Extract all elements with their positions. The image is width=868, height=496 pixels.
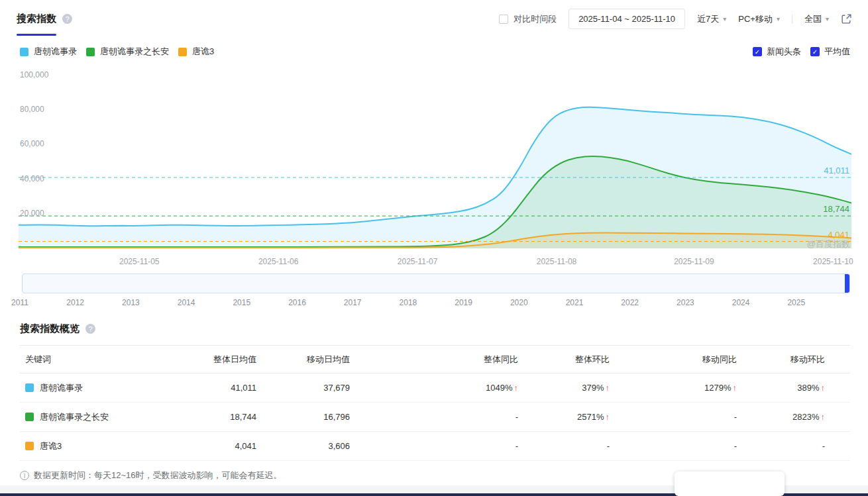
keyword-cell: 唐诡3 — [20, 440, 199, 452]
keyword-label: 唐诡3 — [40, 440, 62, 452]
up-arrow-icon: ↑ — [821, 383, 826, 393]
option-1[interactable]: ✓新闻头条 — [753, 46, 801, 58]
chart-plot-area[interactable]: 41,01118,7444,041 — [19, 70, 851, 255]
keyword-label: 唐朝诡事录之长安 — [40, 411, 109, 423]
svg-text:18,744: 18,744 — [823, 204, 849, 214]
baidu-index-page: 搜索指数 ? 对比时间段 2025-11-04 ~ 2025-11-10 近7天… — [0, 0, 868, 496]
timeline-year-label: 2023 — [677, 298, 694, 307]
timeline-year-label: 2011 — [11, 298, 28, 307]
timeline-year-label: 2016 — [288, 298, 306, 307]
floating-widget[interactable] — [675, 471, 785, 496]
compare-period-checkbox[interactable]: 对比时间段 — [499, 13, 557, 25]
update-note-text: 数据更新时间：每天12~16时，受数据波动影响，可能会有延迟。 — [34, 470, 282, 481]
keyword-label: 唐朝诡事录 — [40, 382, 83, 394]
overview-table: 关键词整体日均值移动日均值整体同比整体环比移动同比移动环比唐朝诡事录41,011… — [20, 345, 850, 461]
column-header: 整体日均值 — [199, 354, 256, 366]
value-cell: - — [610, 412, 737, 422]
value-cell: 18,744 — [199, 412, 256, 422]
table-row: 唐朝诡事录41,01137,6791049%↑379%↑1279%↑389%↑ — [20, 373, 850, 403]
legend-item-3[interactable]: 唐诡3 — [178, 46, 214, 58]
trend-chart[interactable]: 41,01118,7444,041 @百度指数 100,00080,00060,… — [0, 66, 868, 268]
legend-label: 唐朝诡事录之长安 — [100, 46, 169, 58]
column-header: 移动环比 — [737, 354, 850, 366]
x-axis-label: 2025-11-10 — [813, 257, 853, 266]
x-axis-label: 2025-11-09 — [674, 257, 714, 266]
keyword-swatch — [25, 442, 34, 450]
date-range-picker[interactable]: 2025-11-04 ~ 2025-11-10 — [569, 9, 685, 29]
timeline-year-label: 2014 — [178, 298, 195, 307]
column-header: 移动同比 — [610, 354, 737, 366]
timeline-year-label: 2021 — [566, 298, 584, 307]
table-row: 唐朝诡事录之长安18,74416,796-2571%↑-2823%↑ — [20, 403, 850, 432]
value-cell: - — [350, 441, 518, 451]
keyword-swatch — [25, 413, 34, 421]
legend-item-1[interactable]: 唐朝诡事录 — [20, 46, 77, 58]
timeline-year-label: 2019 — [455, 298, 472, 307]
overview-title: 搜索指数概览 — [20, 322, 80, 335]
checkbox-checked-icon[interactable]: ✓ — [810, 47, 820, 56]
column-header: 移动日均值 — [256, 354, 350, 366]
table-header-row: 关键词整体日均值移动日均值整体同比整体环比移动同比移动环比 — [20, 345, 850, 373]
watermark: @百度指数 — [807, 238, 850, 250]
overview-help-icon[interactable]: ? — [85, 324, 95, 334]
timeline-year-label: 2012 — [66, 298, 84, 307]
x-axis-label: 2025-11-06 — [258, 257, 299, 266]
y-axis-label: 40,000 — [20, 174, 44, 183]
legend-item-2[interactable]: 唐朝诡事录之长安 — [86, 46, 169, 58]
value-cell: 2823%↑ — [737, 412, 850, 422]
device-dropdown[interactable]: PC+移动 ▾ — [738, 13, 780, 25]
period-value: 近7天 — [697, 13, 719, 25]
update-note: i 数据更新时间：每天12~16时，受数据波动影响，可能会有延迟。 — [20, 470, 282, 481]
timeline-year-label: 2022 — [621, 298, 639, 307]
value-cell: 1049%↑ — [350, 383, 518, 393]
chevron-down-icon: ▾ — [723, 15, 726, 23]
value-cell: 4,041 — [199, 441, 256, 451]
y-axis-label: 100,000 — [20, 70, 48, 79]
timeline-year-label: 2017 — [344, 298, 362, 307]
svg-text:41,011: 41,011 — [824, 166, 849, 175]
legend-swatch — [20, 48, 28, 56]
timeline-year-label: 2013 — [122, 298, 140, 307]
table-row: 唐诡34,0413,606---- — [20, 432, 850, 461]
external-link-icon[interactable] — [841, 13, 852, 25]
period-dropdown[interactable]: 近7天 ▾ — [697, 13, 726, 25]
tab-label: 搜索指数 — [17, 13, 56, 25]
timeline-year-label: 2025 — [787, 298, 805, 307]
option-label: 平均值 — [824, 46, 850, 58]
value-cell: 379%↑ — [518, 383, 610, 393]
help-icon[interactable]: ? — [62, 14, 72, 24]
timeline-year-label: 2020 — [510, 298, 528, 307]
x-axis-label: 2025-11-07 — [398, 257, 438, 266]
value-cell: 37,679 — [256, 383, 350, 393]
option-label: 新闻头条 — [767, 46, 801, 58]
y-axis-label: 80,000 — [20, 105, 44, 114]
checkbox-checked-icon[interactable]: ✓ — [753, 47, 762, 56]
chart-legend: 唐朝诡事录唐朝诡事录之长安唐诡3 — [20, 46, 214, 58]
info-icon: i — [20, 471, 29, 480]
legend-label: 唐诡3 — [192, 46, 214, 58]
column-header: 整体环比 — [518, 354, 610, 366]
timeline-years: 2011201220132014201520162017201820192020… — [0, 298, 868, 309]
value-cell: 3,606 — [256, 441, 350, 451]
x-axis-label: 2025-11-08 — [537, 257, 577, 266]
value-cell: - — [518, 441, 610, 451]
column-header: 整体同比 — [350, 354, 518, 366]
header-controls: 对比时间段 2025-11-04 ~ 2025-11-10 近7天 ▾ PC+移… — [499, 9, 852, 29]
keyword-swatch — [25, 383, 34, 392]
legend-swatch — [86, 48, 95, 56]
timeline-year-label: 2018 — [400, 298, 417, 307]
region-value: 全国 — [804, 13, 822, 25]
device-value: PC+移动 — [738, 13, 773, 25]
chart-options: ✓新闻头条✓平均值 — [753, 46, 850, 58]
timeline-slider[interactable] — [22, 273, 850, 293]
slider-handle[interactable] — [845, 274, 849, 293]
region-dropdown[interactable]: 全国 ▾ — [804, 13, 829, 25]
option-2[interactable]: ✓平均值 — [810, 46, 850, 58]
legend-label: 唐朝诡事录 — [34, 46, 77, 58]
value-cell: 2571%↑ — [518, 412, 610, 422]
compare-period-label: 对比时间段 — [514, 13, 557, 25]
legend-row: 唐朝诡事录唐朝诡事录之长安唐诡3 ✓新闻头条✓平均值 — [20, 44, 850, 60]
checkbox-unchecked-icon[interactable] — [499, 15, 508, 24]
tab-search-index[interactable]: 搜索指数 — [17, 0, 56, 38]
up-arrow-icon: ↑ — [821, 412, 826, 422]
